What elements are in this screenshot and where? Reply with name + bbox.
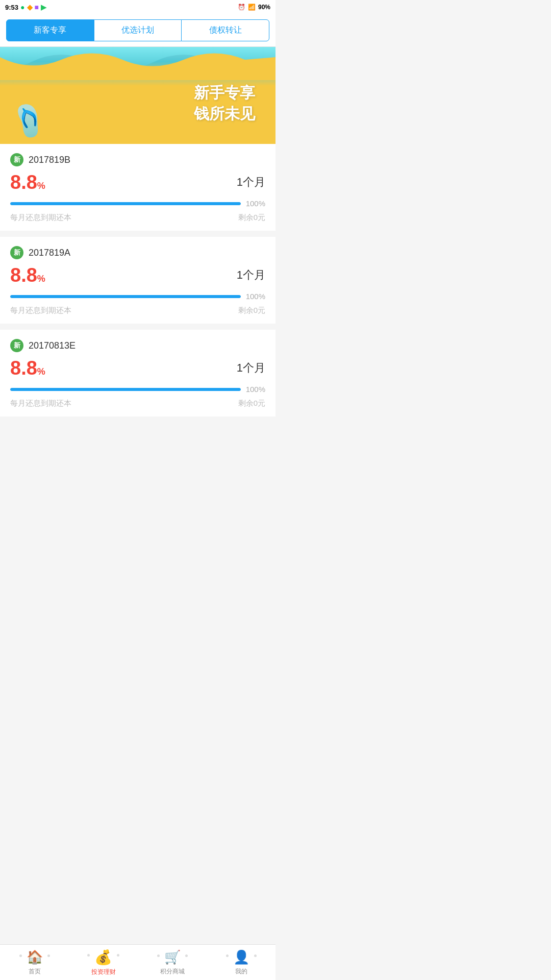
progress-pct-0: 100% [246, 199, 265, 208]
tab-bar: 新客专享 优选计划 债权转让 [0, 14, 276, 47]
rate-container-0: 8.8% [10, 173, 45, 192]
product-card-1[interactable]: 新 2017819A 8.8% 1个月 100% 每月还息到期还本 剩余0元 [0, 237, 276, 324]
progress-bar-bg-1 [10, 295, 241, 298]
tab-new-client[interactable]: 新客专享 [6, 19, 94, 41]
product-details-1: 8.8% 1个月 [10, 265, 265, 285]
repay-method-1: 每月还息到期还本 [10, 306, 71, 315]
tab-preferred[interactable]: 优选计划 [94, 19, 182, 41]
new-badge-1: 新 [10, 246, 23, 259]
banner-line2: 钱所未见 [194, 104, 255, 125]
progress-row-0: 100% [10, 199, 265, 208]
remaining-0: 剩余0元 [238, 213, 265, 223]
banner-line1: 新手专享 [194, 83, 255, 104]
new-badge-0: 新 [10, 153, 23, 166]
rate-value-2: 8.8% [10, 357, 45, 379]
product-id-2: 20170813E [29, 340, 76, 351]
product-footer-1: 每月还息到期还本 剩余0元 [10, 306, 265, 315]
status-time: 9:53 [5, 4, 18, 11]
rate-value-0: 8.8% [10, 172, 45, 193]
alarm-icon: ⏰ [238, 4, 245, 11]
product-list: 新 2017819B 8.8% 1个月 100% 每月还息到期还本 剩余0元 新… [0, 144, 276, 463]
product-details-0: 8.8% 1个月 [10, 173, 265, 192]
status-bar: 9:53 ● ◆ ■ ▶ ⏰ 📶 90% [0, 0, 276, 14]
product-header-0: 新 2017819B [10, 153, 265, 166]
banner-wave-svg [0, 47, 276, 80]
banner: 🩴 新手专享 钱所未见 [0, 47, 276, 144]
product-footer-0: 每月还息到期还本 剩余0元 [10, 213, 265, 223]
banner-slippers: 🩴 [7, 100, 51, 142]
new-badge-2: 新 [10, 339, 23, 352]
product-details-2: 8.8% 1个月 [10, 358, 265, 378]
product-id-1: 2017819A [29, 248, 70, 258]
status-left: 9:53 ● ◆ ■ ▶ [5, 3, 46, 11]
duration-1: 1个月 [237, 267, 265, 283]
app-icon-2: ■ [35, 3, 39, 11]
product-header-2: 新 20170813E [10, 339, 265, 352]
product-card-0[interactable]: 新 2017819B 8.8% 1个月 100% 每月还息到期还本 剩余0元 [0, 144, 276, 231]
progress-bar-bg-0 [10, 202, 241, 205]
wechat-icon: ● [20, 3, 24, 11]
progress-pct-2: 100% [246, 385, 265, 394]
progress-bar-bg-2 [10, 388, 241, 391]
progress-pct-1: 100% [246, 292, 265, 301]
product-id-0: 2017819B [29, 155, 70, 165]
tab-transfer[interactable]: 债权转让 [181, 19, 269, 41]
banner-text: 新手专享 钱所未见 [194, 83, 255, 125]
rate-container-2: 8.8% [10, 358, 45, 378]
rate-value-1: 8.8% [10, 264, 45, 286]
remaining-2: 剩余0元 [238, 399, 265, 408]
progress-row-2: 100% [10, 385, 265, 394]
product-card-2[interactable]: 新 20170813E 8.8% 1个月 100% 每月还息到期还本 剩余0元 [0, 330, 276, 416]
duration-0: 1个月 [237, 175, 265, 190]
duration-2: 1个月 [237, 360, 265, 376]
progress-row-1: 100% [10, 292, 265, 301]
progress-bar-fill-0 [10, 202, 241, 205]
progress-bar-fill-2 [10, 388, 241, 391]
signal-icon: 📶 [248, 4, 256, 11]
product-header-1: 新 2017819A [10, 246, 265, 259]
rate-container-1: 8.8% [10, 265, 45, 285]
repay-method-2: 每月还息到期还本 [10, 399, 71, 408]
app-icon-1: ◆ [27, 3, 33, 11]
product-footer-2: 每月还息到期还本 剩余0元 [10, 399, 265, 408]
status-right: ⏰ 📶 90% [238, 4, 270, 11]
app-icon-3: ▶ [41, 3, 46, 11]
battery-label: 90% [258, 4, 270, 11]
progress-bar-fill-1 [10, 295, 241, 298]
remaining-1: 剩余0元 [238, 306, 265, 315]
repay-method-0: 每月还息到期还本 [10, 213, 71, 223]
